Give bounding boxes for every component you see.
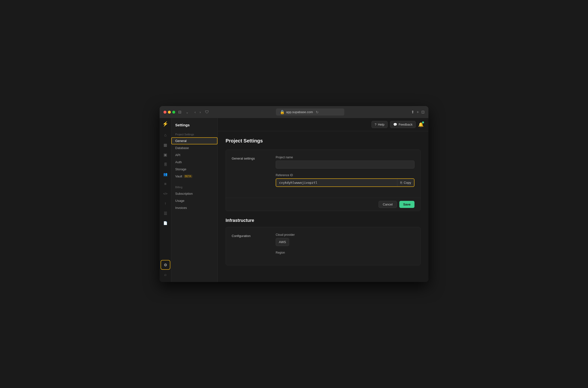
- notification-button[interactable]: 🔔: [418, 122, 423, 127]
- reference-id-label: Reference ID: [276, 173, 415, 177]
- sidebar-toggle-button[interactable]: ⊟: [178, 110, 181, 114]
- new-tab-button[interactable]: +: [417, 110, 419, 114]
- copy-icon: ⎘: [400, 181, 402, 184]
- chat-icon: 💬: [393, 123, 397, 126]
- api-icon: </>: [163, 192, 167, 195]
- share-button[interactable]: ⬆: [411, 110, 414, 114]
- lock-icon: 🔒: [280, 110, 285, 114]
- logs-icon: ☰: [164, 211, 167, 216]
- sidebar-icon-reports[interactable]: 📄: [161, 219, 170, 227]
- project-name-input[interactable]: [276, 161, 415, 169]
- auth-icon: 👥: [163, 172, 167, 176]
- sidebar-icon-analytics[interactable]: ↑: [161, 199, 170, 208]
- browser-actions: ⬆ + ⊡: [411, 110, 424, 114]
- sidebar-icon-auth[interactable]: 👥: [161, 170, 170, 179]
- sidebar-item-invoices[interactable]: Invoices: [171, 204, 218, 211]
- infrastructure-title: Infrastructure: [225, 218, 421, 223]
- sidebar-section-project-settings: Project Settings: [171, 131, 218, 137]
- minimize-button[interactable]: [168, 111, 171, 114]
- sidebar-item-database[interactable]: Database: [171, 145, 218, 151]
- general-settings-label: General settings: [232, 156, 266, 192]
- logo[interactable]: ⚡: [162, 121, 168, 127]
- general-settings-footer: Cancel Save: [226, 198, 420, 211]
- beta-badge: BETA: [184, 175, 192, 178]
- back-button[interactable]: ‹: [193, 110, 197, 115]
- sidebar-icon-database[interactable]: 🗄: [161, 160, 170, 169]
- sidebar-item-vault[interactable]: Vault BETA: [171, 173, 218, 180]
- sidebar-title: Settings: [171, 123, 218, 131]
- reference-id-group: Reference ID ⎘ Copy: [276, 173, 415, 187]
- cloud-provider-value: AWS: [276, 238, 289, 246]
- fullscreen-button[interactable]: [172, 111, 175, 114]
- main-content: ? Help 💬 Feedback 🔔 Project Settings: [218, 118, 428, 282]
- sidebar-item-subscription[interactable]: Subscription: [171, 190, 218, 197]
- sidebar-item-usage[interactable]: Usage: [171, 197, 218, 204]
- copy-button[interactable]: ⎘ Copy: [397, 179, 414, 186]
- sidebar-icon-table[interactable]: ▦: [161, 141, 170, 149]
- sidebar-item-storage[interactable]: Storage: [171, 166, 218, 173]
- cancel-button[interactable]: Cancel: [379, 201, 397, 208]
- page-title: Project Settings: [225, 138, 421, 144]
- table-icon: ▦: [164, 143, 167, 147]
- general-settings-fields: Project name Reference ID ⎘ Copy: [276, 156, 415, 192]
- project-name-label: Project name: [276, 156, 415, 159]
- settings-sidebar: Settings Project Settings General Databa…: [171, 118, 218, 282]
- url-text: app.supabase.com: [286, 110, 313, 114]
- reference-id-input[interactable]: [276, 179, 397, 186]
- analytics-icon: ↑: [165, 201, 167, 206]
- sidebar-icon-logs[interactable]: ☰: [161, 209, 170, 218]
- sidebar-item-api[interactable]: API: [171, 151, 218, 159]
- editor-icon: ▣: [164, 152, 167, 157]
- content-area: Project Settings General settings Projec…: [218, 131, 428, 279]
- help-icon: ?: [375, 123, 376, 126]
- address-bar[interactable]: 🔒 app.supabase.com ↻: [276, 108, 344, 116]
- database-icon: 🗄: [164, 163, 167, 166]
- settings-icon: ⚙: [164, 263, 167, 267]
- infrastructure-card: Configuration Cloud provider AWS Region: [225, 227, 421, 265]
- help-button[interactable]: ? Help: [371, 121, 388, 128]
- cloud-provider-group: Cloud provider AWS: [276, 233, 415, 246]
- region-group: Region: [276, 251, 415, 254]
- sidebar-icon-home[interactable]: ⌂: [161, 131, 170, 140]
- shield-icon: 🛡: [205, 110, 209, 114]
- nav-buttons: ‹ ›: [193, 110, 202, 115]
- general-settings-inner: General settings Project name Reference …: [226, 150, 420, 198]
- top-bar: ? Help 💬 Feedback 🔔: [218, 118, 428, 131]
- infrastructure-inner: Configuration Cloud provider AWS Region: [226, 227, 420, 265]
- refresh-icon[interactable]: ↻: [316, 110, 319, 114]
- forward-button[interactable]: ›: [198, 110, 202, 115]
- infrastructure-fields: Cloud provider AWS Region: [276, 233, 415, 259]
- save-button[interactable]: Save: [399, 201, 415, 208]
- browser-chrome: ⊟ ⌄ ‹ › 🛡 🔒 app.supabase.com ↻ ⬆ + ⊡: [160, 106, 428, 118]
- chevron-down-icon[interactable]: ⌄: [184, 110, 190, 115]
- tabs-button[interactable]: ⊡: [421, 110, 424, 114]
- region-label: Region: [276, 251, 415, 254]
- reports-icon: 📄: [163, 221, 167, 225]
- traffic-lights: [164, 111, 175, 114]
- reference-id-wrapper: ⎘ Copy: [276, 178, 415, 187]
- project-name-group: Project name: [276, 156, 415, 169]
- icon-sidebar: ⚡ ⌂ ▦ ▣ 🗄 👥 ≡ </> ↑: [160, 118, 171, 282]
- search-icon: ⌕: [164, 272, 167, 277]
- sidebar-icon-settings[interactable]: ⚙: [161, 261, 170, 269]
- close-button[interactable]: [164, 111, 167, 114]
- general-settings-card: General settings Project name Reference …: [225, 149, 421, 211]
- sidebar-icon-storage[interactable]: ≡: [161, 180, 170, 188]
- cloud-provider-label: Cloud provider: [276, 233, 415, 237]
- sidebar-icon-api[interactable]: </>: [161, 189, 170, 198]
- configuration-label: Configuration: [232, 233, 266, 259]
- sidebar-icon-search[interactable]: ⌕: [161, 270, 170, 279]
- address-bar-wrapper: 🔒 app.supabase.com ↻: [212, 108, 408, 116]
- feedback-button[interactable]: 💬 Feedback: [390, 121, 416, 128]
- notification-dot: [422, 121, 424, 123]
- sidebar-item-general[interactable]: General: [171, 137, 218, 145]
- app-layout: ⚡ ⌂ ▦ ▣ 🗄 👥 ≡ </> ↑: [160, 118, 428, 282]
- sidebar-icon-editor[interactable]: ▣: [161, 150, 170, 159]
- sidebar-section-billing: Billing: [171, 184, 218, 190]
- storage-icon: ≡: [164, 182, 167, 186]
- home-icon: ⌂: [164, 133, 167, 137]
- sidebar-item-auth[interactable]: Auth: [171, 159, 218, 166]
